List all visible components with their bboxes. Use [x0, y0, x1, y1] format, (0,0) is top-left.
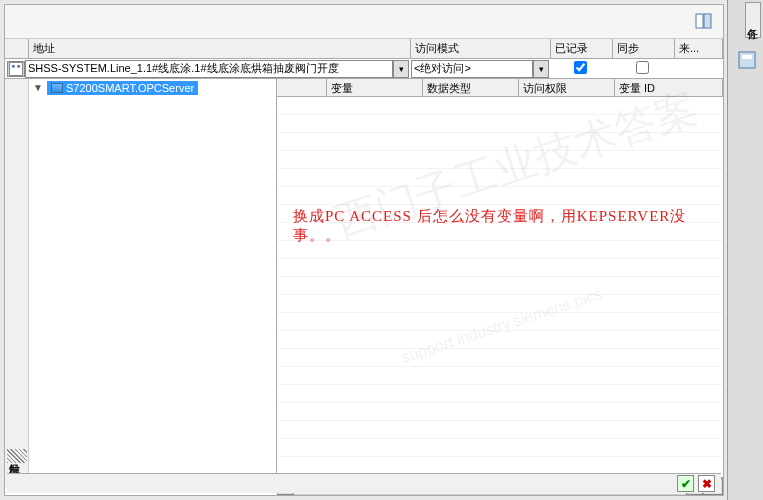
tasks-tab[interactable]: 任务 [745, 2, 761, 38]
toolbar [5, 5, 723, 39]
header-address[interactable]: 地址 [29, 39, 411, 58]
sidebar-tool-icon[interactable] [737, 50, 757, 70]
right-sidebar: 任务 [727, 0, 763, 500]
header-spacer [5, 39, 29, 58]
tree-gutter [5, 79, 29, 487]
access-mode-input[interactable] [411, 60, 533, 78]
grid-header-row: 变量 数据类型 访问权限 变量 ID [277, 79, 723, 97]
grid-panel: 变量 数据类型 访问权限 变量 ID 西门子工业技术答案 support.ind… [277, 79, 723, 487]
svg-rect-2 [696, 14, 703, 28]
logged-checkbox[interactable] [574, 61, 587, 74]
grid-header-datatype[interactable]: 数据类型 [423, 79, 519, 96]
svg-rect-5 [12, 65, 15, 68]
grid-header-access[interactable]: 访问权限 [519, 79, 615, 96]
address-input[interactable] [25, 60, 393, 78]
svg-rect-4 [9, 62, 22, 75]
access-mode-dropdown-icon[interactable]: ▾ [533, 60, 549, 78]
grid-header-spacer [277, 79, 327, 96]
header-logged[interactable]: 已记录 [551, 39, 613, 58]
svg-rect-6 [17, 65, 20, 68]
grid-header-variable[interactable]: 变量 [327, 79, 423, 96]
address-picker-icon[interactable] [7, 61, 25, 77]
watermark-url: support.industry.siemens.pics [399, 285, 604, 367]
tree-panel: ▼ S7200SMART.OPCServer 触发位 [5, 79, 277, 487]
svg-rect-0 [739, 52, 755, 68]
server-icon [51, 83, 63, 93]
input-row: ▾ ▾ [5, 59, 723, 79]
tree-collapse-icon[interactable]: ▼ [33, 82, 43, 93]
tree-item-opcserver[interactable]: S7200SMART.OPCServer [47, 81, 198, 95]
resize-handle-icon[interactable] [7, 449, 27, 463]
main-area: ▼ S7200SMART.OPCServer 触发位 变量 数据类型 访问权限 … [5, 79, 723, 487]
grid-body[interactable]: 西门子工业技术答案 support.industry.siemens.pics … [277, 97, 723, 467]
main-window: 地址 访问模式 已记录 同步 来... ▾ ▾ ▼ S7200SMART.OPC… [4, 4, 724, 496]
grid-header-varid[interactable]: 变量 ID [615, 79, 723, 96]
view-toggle-icon[interactable] [695, 13, 713, 29]
cancel-button[interactable]: ✖ [698, 475, 715, 492]
svg-rect-1 [742, 55, 752, 59]
header-source[interactable]: 来... [675, 39, 723, 58]
column-header-row: 地址 访问模式 已记录 同步 来... [5, 39, 723, 59]
tree-item-label: S7200SMART.OPCServer [66, 82, 194, 94]
address-dropdown-icon[interactable]: ▾ [393, 60, 409, 78]
footer-bar: ✔ ✖ [7, 473, 721, 493]
annotation-text: 换成PC ACCESS 后怎么没有变量啊，用KEPSERVER没事。。 [293, 207, 723, 245]
ok-button[interactable]: ✔ [677, 475, 694, 492]
svg-rect-3 [704, 14, 711, 28]
sync-checkbox[interactable] [636, 61, 649, 74]
header-sync[interactable]: 同步 [613, 39, 675, 58]
header-access-mode[interactable]: 访问模式 [411, 39, 551, 58]
